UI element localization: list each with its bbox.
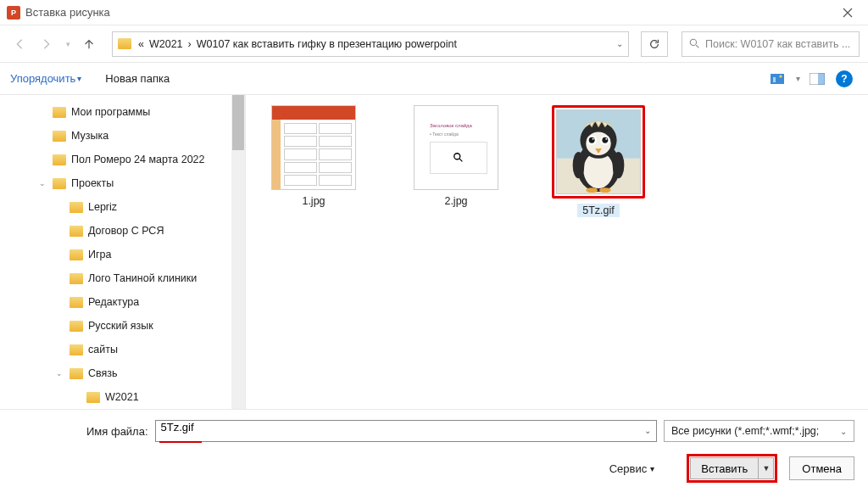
- folder-icon: [86, 392, 100, 403]
- folder-icon: [53, 178, 66, 189]
- search-icon: [689, 38, 700, 49]
- tree-item[interactable]: Редактура: [0, 290, 245, 314]
- svg-point-18: [602, 137, 608, 143]
- breadcrumb-item[interactable]: W0107 как вставить гифку в презентацию p…: [197, 38, 457, 50]
- file-list: 1.jpg Заголовок слайда • Текст слайда 2.…: [246, 95, 868, 409]
- new-folder-label: Новая папка: [105, 72, 170, 85]
- file-name: 5Tz.gif: [577, 204, 620, 217]
- toolbar: Упорядочить ▾ Новая папка ▾ ?: [0, 63, 868, 95]
- tree-item[interactable]: Договор С РСЯ: [0, 219, 245, 243]
- filename-value: 5Tz.gif: [161, 421, 194, 434]
- chevron-down-icon: ▾: [77, 74, 81, 83]
- tree-item[interactable]: ⌄Связь: [0, 361, 245, 385]
- help-button[interactable]: ?: [831, 68, 858, 90]
- tree-item-label: Lepriz: [88, 201, 117, 213]
- address-bar[interactable]: « W2021 › W0107 как вставить гифку в пре…: [112, 31, 629, 57]
- tree-item-label: Редактура: [88, 296, 139, 308]
- tree-item[interactable]: Игра: [0, 243, 245, 266]
- folder-icon: [70, 226, 83, 237]
- file-item[interactable]: 1.jpg: [263, 105, 364, 207]
- file-item-selected[interactable]: 5Tz.gif: [548, 105, 649, 217]
- svg-rect-5: [818, 73, 825, 85]
- back-button[interactable]: [8, 33, 31, 55]
- svg-point-6: [454, 154, 460, 159]
- tree-item-label: W2021: [105, 391, 139, 403]
- titlebar: P Вставка рисунка: [0, 0, 868, 25]
- folder-tree: Мои программыМузыкаПол Ромеро 24 марта 2…: [0, 95, 246, 409]
- svg-point-21: [586, 187, 598, 193]
- tree-item-label: Связь: [88, 367, 118, 379]
- refresh-button[interactable]: [641, 31, 668, 57]
- highlight-annotation: [159, 441, 202, 443]
- file-thumbnail: Заголовок слайда • Текст слайда: [414, 105, 498, 190]
- search-input[interactable]: Поиск: W0107 как вставить ...: [682, 31, 860, 57]
- folder-icon: [70, 202, 83, 213]
- breadcrumb: « W2021 › W0107 как вставить гифку в пре…: [138, 38, 616, 50]
- up-button[interactable]: [78, 33, 100, 55]
- organize-label: Упорядочить: [10, 72, 75, 85]
- filename-input[interactable]: 5Tz.gif ⌄: [155, 420, 657, 442]
- organize-button[interactable]: Упорядочить ▾: [10, 72, 81, 85]
- refresh-icon: [648, 38, 660, 50]
- tree-item-label: Лого Таниной клиники: [88, 272, 197, 284]
- tree-item[interactable]: ⌄Проекты: [0, 171, 245, 195]
- forward-button[interactable]: [36, 33, 58, 55]
- chevron-down-icon[interactable]: ⌄: [644, 426, 651, 435]
- tree-item[interactable]: W2021: [0, 385, 245, 409]
- svg-point-20: [605, 138, 607, 140]
- filetype-filter[interactable]: Все рисунки (*.emf;*.wmf;*.jpg; ⌄: [664, 420, 854, 442]
- svg-point-12: [613, 152, 625, 178]
- tree-item[interactable]: Lepriz: [0, 195, 245, 219]
- filename-label: Имя файла:: [86, 425, 148, 438]
- tools-button[interactable]: Сервис ▾: [609, 462, 655, 475]
- app-icon: P: [7, 6, 20, 20]
- insert-button[interactable]: Вставить: [690, 457, 759, 479]
- svg-rect-1: [771, 74, 784, 84]
- preview-pane-icon: [810, 73, 825, 85]
- filter-label: Все рисунки (*.emf;*.wmf;*.jpg;: [671, 425, 819, 437]
- folder-icon: [70, 344, 83, 355]
- cancel-button[interactable]: Отмена: [789, 456, 854, 480]
- close-icon: [843, 8, 853, 18]
- scrollbar[interactable]: [231, 95, 245, 409]
- tree-item-label: сайты: [88, 344, 118, 355]
- file-item[interactable]: Заголовок слайда • Текст слайда 2.jpg: [405, 105, 507, 207]
- tree-item[interactable]: Музыка: [0, 124, 245, 148]
- svg-rect-2: [773, 77, 776, 82]
- tree-item[interactable]: Мои программы: [0, 100, 245, 124]
- view-button[interactable]: [765, 68, 792, 90]
- svg-point-0: [690, 39, 696, 45]
- file-name: 2.jpg: [444, 195, 467, 207]
- folder-icon: [118, 38, 131, 49]
- chevron-down-icon[interactable]: ⌄: [616, 39, 623, 48]
- folder-icon: [70, 273, 83, 284]
- svg-point-11: [573, 152, 585, 178]
- tree-item[interactable]: Пол Ромеро 24 марта 2022: [0, 148, 245, 171]
- close-button[interactable]: [831, 0, 865, 25]
- scrollbar-thumb[interactable]: [232, 95, 244, 150]
- bottom-panel: Имя файла: 5Tz.gif ⌄ Все рисунки (*.emf;…: [0, 409, 868, 498]
- svg-point-17: [589, 137, 595, 143]
- help-icon: ?: [836, 70, 853, 87]
- folder-icon: [70, 368, 83, 379]
- svg-point-22: [599, 187, 611, 193]
- view-dropdown[interactable]: ▾: [792, 68, 804, 90]
- file-thumbnail: [271, 105, 356, 190]
- search-placeholder: Поиск: W0107 как вставить ...: [705, 38, 850, 50]
- tree-item[interactable]: Русский язык: [0, 314, 245, 338]
- folder-icon: [70, 297, 83, 308]
- breadcrumb-item[interactable]: W2021: [149, 38, 183, 50]
- recent-dropdown[interactable]: ▾: [63, 33, 73, 55]
- tree-item[interactable]: сайты: [0, 338, 245, 361]
- new-folder-button[interactable]: Новая папка: [105, 72, 170, 85]
- folder-icon: [70, 321, 83, 332]
- insert-dropdown[interactable]: ▼: [759, 457, 774, 479]
- file-thumbnail: [556, 109, 641, 194]
- preview-pane-button[interactable]: [804, 68, 831, 90]
- chevron-icon: ⌄: [56, 369, 64, 378]
- window-title: Вставка рисунка: [25, 6, 831, 19]
- highlight-annotation: Вставить ▼: [687, 454, 777, 483]
- folder-icon: [70, 249, 83, 260]
- folder-icon: [53, 131, 66, 142]
- tree-item[interactable]: Лого Таниной клиники: [0, 266, 245, 290]
